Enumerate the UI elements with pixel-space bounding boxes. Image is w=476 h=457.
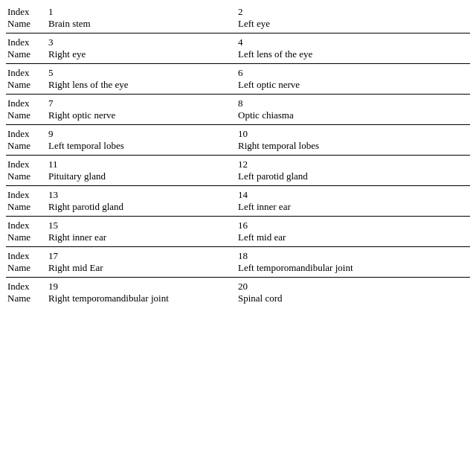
right-index-value: 10 bbox=[237, 128, 470, 140]
index-row: Index1314 bbox=[6, 189, 470, 201]
left-index-value: 15 bbox=[47, 220, 237, 231]
index-row: Index1718 bbox=[6, 250, 470, 262]
row-group: Index1516NameRight inner earLeft mid ear bbox=[6, 216, 470, 246]
index-row: Index1112 bbox=[6, 159, 470, 170]
index-label: Index bbox=[6, 128, 47, 140]
left-name-value: Right inner ear bbox=[47, 231, 237, 243]
right-index-value: 18 bbox=[237, 250, 470, 262]
index-label: Index bbox=[6, 6, 47, 18]
left-index-value: 19 bbox=[47, 281, 237, 293]
left-index-value: 9 bbox=[47, 128, 237, 140]
right-name-value: Spinal cord bbox=[237, 293, 470, 304]
row-group: Index1920NameRight temporomandibular joi… bbox=[6, 277, 470, 307]
left-index-value: 1 bbox=[47, 6, 237, 18]
row-group: Index1112NamePituitary glandLeft parotid… bbox=[6, 155, 470, 185]
index-label: Index bbox=[6, 98, 47, 109]
index-row: Index56 bbox=[6, 67, 470, 79]
index-row: Index34 bbox=[6, 36, 470, 48]
left-name-value: Pituitary gland bbox=[47, 170, 237, 182]
left-name-value: Left temporal lobes bbox=[47, 140, 237, 152]
left-name-value: Right parotid gland bbox=[47, 201, 237, 213]
index-label: Index bbox=[6, 67, 47, 79]
right-index-value: 14 bbox=[237, 189, 470, 201]
main-container: Index12NameBrain stemLeft eyeIndex34Name… bbox=[0, 0, 476, 310]
name-row: NameRight lens of the eyeLeft optic nerv… bbox=[6, 79, 470, 91]
index-row: Index78 bbox=[6, 98, 470, 109]
name-label: Name bbox=[6, 79, 47, 91]
name-row: NamePituitary glandLeft parotid gland bbox=[6, 170, 470, 182]
name-label: Name bbox=[6, 48, 47, 60]
left-index-value: 5 bbox=[47, 67, 237, 79]
name-row: NameRight eyeLeft lens of the eye bbox=[6, 48, 470, 60]
row-group: Index12NameBrain stemLeft eye bbox=[6, 3, 470, 33]
right-name-value: Left optic nerve bbox=[237, 79, 470, 91]
left-index-value: 3 bbox=[47, 36, 237, 48]
left-index-value: 11 bbox=[47, 159, 237, 170]
row-group: Index78NameRight optic nerveOptic chiasm… bbox=[6, 94, 470, 124]
name-label: Name bbox=[6, 140, 47, 152]
name-row: NameRight parotid glandLeft inner ear bbox=[6, 201, 470, 213]
name-label: Name bbox=[6, 109, 47, 121]
left-index-value: 7 bbox=[47, 98, 237, 109]
name-label: Name bbox=[6, 231, 47, 243]
index-row: Index1516 bbox=[6, 220, 470, 231]
name-row: NameLeft temporal lobesRight temporal lo… bbox=[6, 140, 470, 152]
right-name-value: Left mid ear bbox=[237, 231, 470, 243]
row-group: Index910NameLeft temporal lobesRight tem… bbox=[6, 124, 470, 155]
left-name-value: Right mid Ear bbox=[47, 262, 237, 274]
right-index-value: 16 bbox=[237, 220, 470, 231]
name-label: Name bbox=[6, 201, 47, 213]
index-label: Index bbox=[6, 36, 47, 48]
row-group: Index1314NameRight parotid glandLeft inn… bbox=[6, 185, 470, 216]
left-name-value: Right lens of the eye bbox=[47, 79, 237, 91]
name-label: Name bbox=[6, 293, 47, 304]
name-label: Name bbox=[6, 170, 47, 182]
index-label: Index bbox=[6, 220, 47, 231]
left-name-value: Brain stem bbox=[47, 18, 237, 30]
right-name-value: Optic chiasma bbox=[237, 109, 470, 121]
right-index-value: 12 bbox=[237, 159, 470, 170]
table: Index12NameBrain stemLeft eyeIndex34Name… bbox=[6, 3, 470, 307]
name-row: NameBrain stemLeft eye bbox=[6, 18, 470, 30]
right-name-value: Left inner ear bbox=[237, 201, 470, 213]
row-group: Index34NameRight eyeLeft lens of the eye bbox=[6, 33, 470, 63]
right-index-value: 20 bbox=[237, 281, 470, 293]
index-row: Index910 bbox=[6, 128, 470, 140]
right-name-value: Left lens of the eye bbox=[237, 48, 470, 60]
left-index-value: 13 bbox=[47, 189, 237, 201]
index-label: Index bbox=[6, 281, 47, 293]
name-row: NameRight temporomandibular jointSpinal … bbox=[6, 293, 470, 304]
name-label: Name bbox=[6, 262, 47, 274]
left-index-value: 17 bbox=[47, 250, 237, 262]
right-name-value: Left temporomandibular joint bbox=[237, 262, 470, 274]
row-group: Index56NameRight lens of the eyeLeft opt… bbox=[6, 63, 470, 94]
right-index-value: 8 bbox=[237, 98, 470, 109]
name-label: Name bbox=[6, 18, 47, 30]
left-name-value: Right temporomandibular joint bbox=[47, 293, 237, 304]
name-row: NameRight mid EarLeft temporomandibular … bbox=[6, 262, 470, 274]
right-index-value: 2 bbox=[237, 6, 470, 18]
right-name-value: Left parotid gland bbox=[237, 170, 470, 182]
index-label: Index bbox=[6, 250, 47, 262]
right-name-value: Right temporal lobes bbox=[237, 140, 470, 152]
right-index-value: 4 bbox=[237, 36, 470, 48]
index-row: Index1920 bbox=[6, 281, 470, 293]
right-name-value: Left eye bbox=[237, 18, 470, 30]
index-label: Index bbox=[6, 189, 47, 201]
index-row: Index12 bbox=[6, 6, 470, 18]
name-row: NameRight optic nerveOptic chiasma bbox=[6, 109, 470, 121]
left-name-value: Right optic nerve bbox=[47, 109, 237, 121]
right-index-value: 6 bbox=[237, 67, 470, 79]
index-label: Index bbox=[6, 159, 47, 170]
row-group: Index1718NameRight mid EarLeft temporoma… bbox=[6, 246, 470, 277]
left-name-value: Right eye bbox=[47, 48, 237, 60]
name-row: NameRight inner earLeft mid ear bbox=[6, 231, 470, 243]
